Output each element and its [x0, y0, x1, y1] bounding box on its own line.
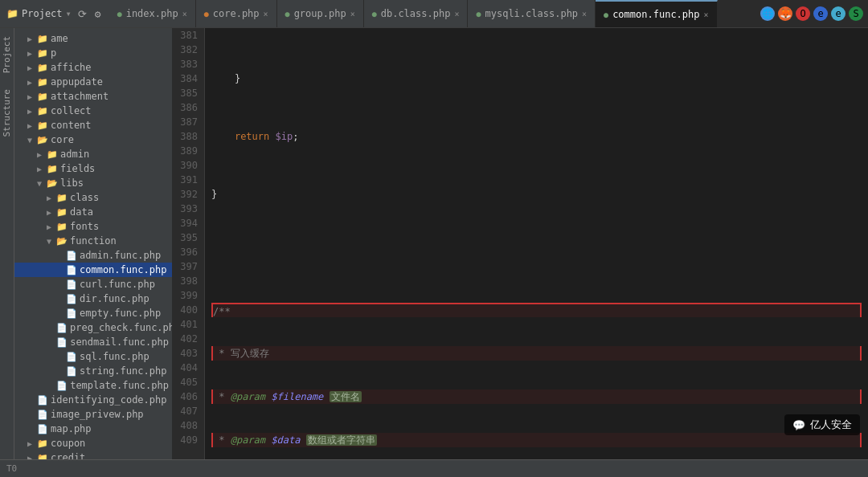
browser-icon-edge[interactable]: e [831, 6, 845, 21]
sidebar-item-curl-func-php[interactable]: 📄 curl.func.php [14, 277, 172, 292]
sidebar-item-attachment[interactable]: ▶ 📁 attachment [14, 89, 172, 104]
tab-close[interactable]: × [350, 10, 355, 18]
status-bar: T0 [0, 459, 868, 477]
sidebar-tab-structure[interactable]: Structure [2, 89, 12, 137]
browser-icon-ie[interactable]: e [813, 6, 828, 21]
ln-409: 409 [179, 433, 198, 447]
code-line-381: } [211, 71, 862, 86]
ln-396: 396 [179, 245, 198, 259]
sidebar-item-libs[interactable]: ▼ 📂 libs [14, 176, 172, 190]
folder-icon: 📁 [47, 164, 58, 174]
folder-open-icon: 📂 [47, 178, 58, 189]
ln-400: 400 [179, 303, 198, 317]
ln-401: 401 [179, 317, 198, 332]
folder-icon: 📁 [37, 48, 48, 59]
file-icon: 📄 [66, 279, 77, 290]
sidebar-item-admin-func-php[interactable]: 📄 admin.func.php [14, 248, 172, 263]
file-icon: 📄 [56, 337, 68, 348]
tab-core-php[interactable]: ● core.php × [196, 0, 277, 27]
ln-390: 390 [179, 158, 198, 173]
sidebar-item-function[interactable]: ▼ 📂 function [14, 234, 172, 248]
tab-label: group.php [294, 8, 346, 19]
sidebar-tab-project[interactable]: Project [2, 36, 12, 73]
sidebar-item-fields[interactable]: ▶ 📁 fields [14, 161, 172, 176]
file-icon: 📄 [66, 308, 77, 319]
sidebar-item-affiche[interactable]: ▶ 📁 affiche [14, 60, 172, 75]
code-text-area[interactable]: } return $ip; } /** * 写入缓存 * @param $fil… [205, 28, 868, 459]
sync-icon[interactable]: ⟳ [76, 6, 88, 22]
file-icon: 📄 [66, 294, 77, 304]
file-icon: 📄 [66, 265, 77, 275]
sidebar-item-empty-func-php[interactable]: 📄 empty.func.php [14, 306, 172, 320]
folder-open-icon: 📂 [37, 135, 48, 145]
ln-408: 408 [179, 418, 198, 433]
browser-icon-chrome[interactable]: 🌐 [760, 6, 775, 21]
sidebar-item-credit[interactable]: ▶ 📁 credit [14, 450, 172, 459]
browser-icon-firefox[interactable]: 🦊 [778, 6, 792, 21]
ln-405: 405 [179, 375, 198, 389]
sidebar-item-sql-func-php[interactable]: 📄 sql.func.php [14, 349, 172, 364]
folder-icon: 📁 [37, 120, 48, 131]
watermark-icon: 💬 [792, 419, 805, 431]
tab-close[interactable]: × [264, 10, 268, 18]
browser-icon-opera[interactable]: O [796, 6, 810, 21]
watermark-text: 亿人安全 [810, 418, 852, 432]
tab-db-class-php[interactable]: ● db.class.php × [364, 0, 469, 27]
browser-icons-area: 🌐 🦊 O e e S [755, 6, 868, 21]
ln-384: 384 [179, 71, 198, 86]
sidebar-item-admin[interactable]: ▶ 📁 admin [14, 147, 172, 161]
tab-label: mysqli.class.php [485, 8, 578, 19]
tab-index-php[interactable]: ● index.php × [109, 0, 196, 27]
tab-mysqli-class-php[interactable]: ● mysqli.class.php × [468, 0, 596, 27]
tab-group-php[interactable]: ● group.php × [277, 0, 364, 27]
sidebar-tree: ▶ 📁 ame ▶ 📁 p ▶ 📁 affiche ▶ 📁 appupdate … [14, 28, 172, 459]
file-icon: 📄 [37, 410, 48, 420]
code-line-382: return $ip; [211, 129, 862, 144]
sidebar-item-data[interactable]: ▶ 📁 data [14, 205, 172, 219]
browser-icon-other[interactable]: S [849, 6, 863, 21]
folder-icon: 📁 [37, 106, 48, 116]
sidebar-item-appupdate[interactable]: ▶ 📁 appupdate [14, 75, 172, 89]
ln-394: 394 [179, 216, 198, 230]
sidebar-item-preg-check-func-php[interactable]: 📄 preg_check.func.php [14, 320, 172, 335]
sidebar-item-sendmail-func-php[interactable]: 📄 sendmail.func.php [14, 335, 172, 349]
code-scroll-area[interactable]: 381 382 383 384 385 386 387 388 389 390 … [173, 28, 868, 459]
sidebar-item-core[interactable]: ▼ 📂 core [14, 132, 172, 147]
sidebar-item-map-php[interactable]: 📄 map.php [14, 422, 172, 436]
code-line-385: /** [211, 303, 862, 317]
tab-common-func-php[interactable]: ● common.func.php × [596, 0, 717, 27]
tab-close[interactable]: × [582, 10, 587, 18]
sidebar-item-string-func-php[interactable]: 📄 string.func.php [14, 364, 172, 378]
sidebar-item-ame[interactable]: ▶ 📁 ame [14, 31, 172, 46]
sidebar-item-identifying-code-php[interactable]: 📄 identifying_code.php [14, 393, 172, 407]
sidebar-item-fonts[interactable]: ▶ 📁 fonts [14, 219, 172, 234]
ln-403: 403 [179, 346, 198, 361]
project-sidebar: Project Structure ▶ 📁 ame ▶ 📁 p ▶ 📁 affi… [0, 28, 173, 459]
file-icon: 📄 [56, 323, 68, 333]
settings-icon[interactable]: ⚙ [93, 6, 103, 22]
tab-label: common.func.php [612, 9, 699, 20]
code-line-383: } [211, 187, 862, 202]
file-icon: 📄 [66, 251, 77, 261]
sidebar-item-coupon[interactable]: ▶ 📁 coupon [14, 436, 172, 450]
tab-close[interactable]: × [704, 10, 709, 19]
folder-icon: 📁 [56, 207, 68, 218]
sidebar-item-class[interactable]: ▶ 📁 class [14, 190, 172, 205]
ln-404: 404 [179, 361, 198, 375]
sidebar-item-content[interactable]: ▶ 📁 content [14, 118, 172, 132]
sidebar-item-common-func-php[interactable]: 📄 common.func.php [14, 263, 172, 277]
sidebar-item-image-privew-php[interactable]: 📄 image_privew.php [14, 407, 172, 422]
tab-file-icon: ● [372, 10, 377, 18]
sidebar-item-p[interactable]: ▶ 📁 p [14, 46, 172, 60]
ln-398: 398 [179, 274, 198, 288]
project-label: 📁 Project ▾ [6, 8, 72, 19]
sidebar-item-template-func-php[interactable]: 📄 template.func.php [14, 378, 172, 393]
ln-386: 386 [179, 100, 198, 115]
sidebar-tab-strip: Project Structure [0, 28, 14, 459]
tab-close[interactable]: × [454, 10, 459, 18]
sidebar-item-collect[interactable]: ▶ 📁 collect [14, 104, 172, 118]
code-editor[interactable]: 381 382 383 384 385 386 387 388 389 390 … [173, 28, 868, 459]
tab-close[interactable]: × [182, 10, 187, 18]
sidebar-item-dir-func-php[interactable]: 📄 dir.func.php [14, 292, 172, 306]
ln-391: 391 [179, 173, 198, 187]
